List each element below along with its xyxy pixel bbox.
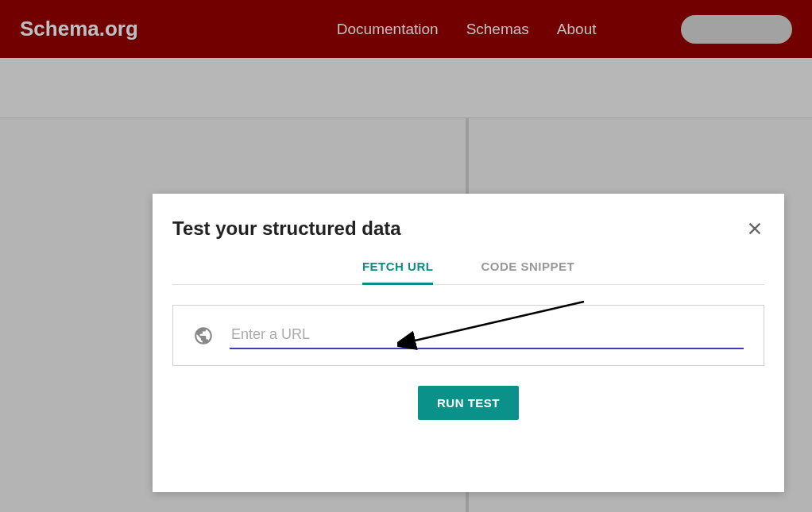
run-test-button[interactable]: RUN TEST — [418, 386, 519, 420]
modal-tabs: FETCH URL CODE SNIPPET — [172, 260, 764, 285]
globe-icon — [193, 325, 214, 346]
tab-fetch-url[interactable]: FETCH URL — [362, 260, 434, 285]
modal-header: Test your structured data — [172, 218, 764, 240]
url-input[interactable] — [230, 321, 744, 349]
close-button[interactable] — [745, 219, 764, 238]
tab-code-snippet[interactable]: CODE SNIPPET — [481, 260, 574, 285]
close-icon — [746, 220, 764, 237]
url-input-container — [172, 305, 764, 366]
modal-title: Test your structured data — [172, 218, 401, 240]
test-structured-data-modal: Test your structured data FETCH URL CODE… — [153, 194, 784, 492]
